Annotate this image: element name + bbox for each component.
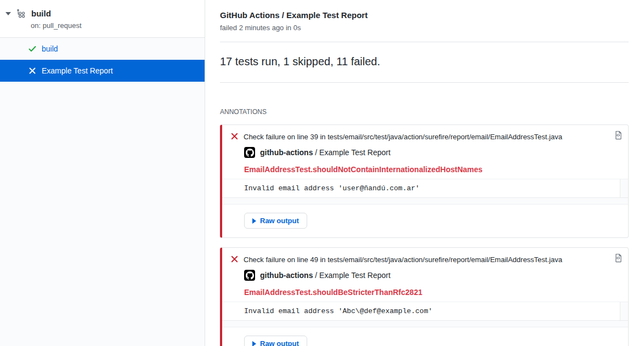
github-actions-avatar — [244, 270, 255, 281]
check-run-status: failed 2 minutes ago in 0s — [220, 24, 629, 32]
workflow-header[interactable]: build on: pull_request — [0, 0, 205, 38]
annotation-title: Check failure on line 49 in tests/email/… — [244, 255, 562, 264]
app-suffix: / Example Test Report — [313, 148, 390, 157]
test-summary: 17 tests run, 1 skipped, 11 failed. — [220, 42, 629, 82]
vertical-scrollbar[interactable] — [620, 179, 628, 197]
workflow-name: build — [31, 9, 51, 18]
divider — [220, 82, 629, 83]
job-label: Example Test Report — [42, 66, 113, 75]
annotations-heading: ANNOTATIONS — [220, 108, 629, 116]
failed-test-name: EmailAddressTest.shouldBeStricterThanRfc… — [244, 288, 620, 297]
play-icon — [252, 341, 256, 346]
check-run-header: GitHub Actions / Example Test Report fai… — [220, 0, 629, 32]
failed-test-name: EmailAddressTest.shouldNotContainInterna… — [244, 165, 620, 174]
x-icon — [28, 66, 37, 75]
checks-page: build on: pull_request build Example Tes… — [0, 0, 644, 346]
failure-x-icon — [230, 132, 239, 140]
app-name[interactable]: github-actions — [260, 148, 313, 157]
octocat-icon — [246, 149, 254, 157]
job-list: build Example Test Report — [0, 38, 205, 82]
job-label: build — [42, 44, 58, 53]
annotation-message: Invalid email address 'user@ñandú.com.ar… — [222, 179, 620, 197]
octocat-icon — [246, 271, 254, 280]
github-actions-avatar — [244, 147, 255, 158]
annotation-app-row[interactable]: github-actions / Example Test Report — [244, 147, 620, 158]
app-suffix: / Example Test Report — [313, 271, 390, 280]
workflow-icon — [16, 9, 26, 18]
failure-x-icon — [230, 255, 239, 263]
raw-output-button[interactable]: Raw output — [244, 336, 307, 346]
workflow-trigger: on: pull_request — [31, 21, 196, 30]
annotation-card: Check failure on line 39 in tests/email/… — [220, 124, 629, 238]
vertical-scrollbar[interactable] — [620, 302, 628, 320]
play-icon — [252, 218, 256, 224]
annotation-message-block[interactable]: Invalid email address 'user@ñandú.com.ar… — [222, 179, 628, 198]
file-code-icon[interactable] — [614, 131, 623, 140]
annotation-card: Check failure on line 49 in tests/email/… — [220, 247, 629, 346]
workflow-sidebar: build on: pull_request build Example Tes… — [0, 0, 205, 346]
raw-output-label: Raw output — [260, 339, 299, 346]
check-icon — [28, 44, 37, 53]
raw-output-button[interactable]: Raw output — [244, 213, 307, 229]
check-run-title: GitHub Actions / Example Test Report — [220, 10, 629, 20]
horizontal-scrollbar[interactable] — [222, 321, 628, 327]
annotation-app-row[interactable]: github-actions / Example Test Report — [244, 270, 620, 281]
annotation-message: Invalid email address 'Abc\@def@example.… — [222, 302, 620, 320]
annotation-message-block[interactable]: Invalid email address 'Abc\@def@example.… — [222, 302, 628, 321]
annotation-title: Check failure on line 39 in tests/email/… — [244, 132, 562, 141]
app-name[interactable]: github-actions — [260, 271, 313, 280]
job-item-build[interactable]: build — [0, 38, 205, 60]
file-code-icon[interactable] — [614, 253, 623, 263]
horizontal-scrollbar[interactable] — [222, 198, 628, 205]
raw-output-label: Raw output — [260, 217, 299, 225]
job-item-example-test-report[interactable]: Example Test Report — [0, 60, 205, 82]
chevron-down-icon[interactable] — [5, 12, 11, 15]
check-run-panel: GitHub Actions / Example Test Report fai… — [205, 0, 644, 346]
